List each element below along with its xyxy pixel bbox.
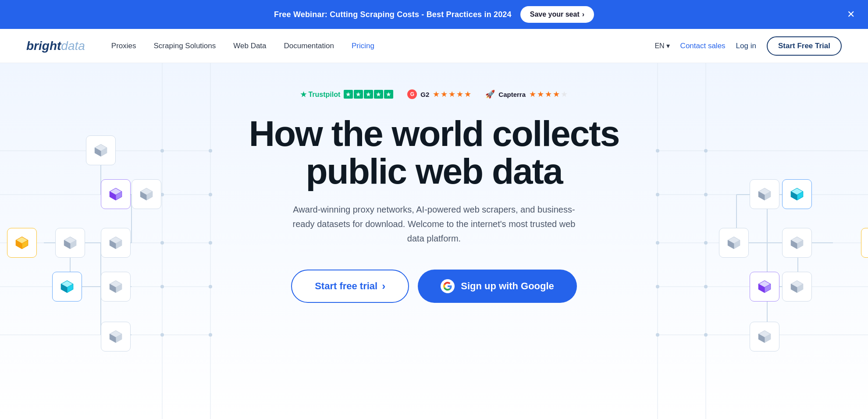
svg-point-19 xyxy=(209,241,212,245)
nav-links: Proxies Scraping Solutions Web Data Docu… xyxy=(111,42,655,50)
contact-sales-link[interactable]: Contact sales xyxy=(680,42,726,50)
logo[interactable]: bright data xyxy=(26,39,85,53)
svg-point-26 xyxy=(656,193,659,196)
hero-section: ★ Trustpilot ★ ★ ★ ★ ★ G G2 ★ ★ ★ ★ xyxy=(0,63,868,419)
g2-stars: ★ ★ ★ ★ ★ xyxy=(433,89,471,99)
svg-point-14 xyxy=(160,149,164,153)
capterra-stars: ★ ★ ★ ★ ★ xyxy=(529,89,568,99)
svg-point-31 xyxy=(704,285,708,288)
arrow-icon: › xyxy=(382,280,385,292)
svg-point-33 xyxy=(704,333,708,337)
hero-content: ★ Trustpilot ★ ★ ★ ★ ★ G G2 ★ ★ ★ ★ xyxy=(215,63,653,338)
svg-point-21 xyxy=(209,285,212,288)
g2-label: G2 xyxy=(420,91,429,98)
google-icon xyxy=(441,279,455,293)
logo-bright: bright xyxy=(26,39,61,53)
hero-cta-buttons: Start free trial › Sign up with Google xyxy=(291,270,577,303)
nav-web-data[interactable]: Web Data xyxy=(233,42,266,50)
svg-point-29 xyxy=(704,241,708,245)
nav-proxies[interactable]: Proxies xyxy=(111,42,136,50)
svg-point-25 xyxy=(704,149,708,153)
start-trial-nav-button[interactable]: Start Free Trial xyxy=(767,36,842,56)
svg-point-30 xyxy=(656,285,659,288)
ratings-row: ★ Trustpilot ★ ★ ★ ★ ★ G G2 ★ ★ ★ ★ xyxy=(300,89,568,99)
login-link[interactable]: Log in xyxy=(736,42,756,50)
capterra-label: Capterra xyxy=(498,91,526,98)
svg-point-15 xyxy=(209,149,212,153)
svg-point-23 xyxy=(209,333,212,337)
announcement-banner: Free Webinar: Cutting Scraping Costs - B… xyxy=(0,0,868,29)
svg-point-27 xyxy=(704,193,708,196)
sign-up-google-button[interactable]: Sign up with Google xyxy=(418,270,577,303)
capterra-rating: 🚀 Capterra ★ ★ ★ ★ ★ xyxy=(485,89,568,99)
hero-title-line1: How the world collects xyxy=(249,114,619,153)
trustpilot-logo: ★ Trustpilot xyxy=(300,90,340,99)
g2-icon: G xyxy=(407,89,417,99)
svg-point-24 xyxy=(656,149,659,153)
capterra-icon: 🚀 xyxy=(485,89,495,99)
nav-scraping-solutions[interactable]: Scraping Solutions xyxy=(154,42,216,50)
g2-rating: G G2 ★ ★ ★ ★ ★ xyxy=(407,89,471,99)
trustpilot-rating: ★ Trustpilot ★ ★ ★ ★ ★ xyxy=(300,90,393,99)
svg-point-20 xyxy=(160,285,164,288)
svg-point-22 xyxy=(160,333,164,337)
svg-point-32 xyxy=(656,333,659,337)
banner-text: Free Webinar: Cutting Scraping Costs - B… xyxy=(274,10,512,19)
language-selector[interactable]: EN ▾ xyxy=(655,42,669,50)
start-free-trial-button[interactable]: Start free trial › xyxy=(291,270,409,303)
hero-title-line2: public web data xyxy=(306,151,562,191)
trustpilot-stars: ★ ★ ★ ★ ★ xyxy=(344,90,393,99)
nav-pricing[interactable]: Pricing xyxy=(352,42,374,50)
nav-right: EN ▾ Contact sales Log in Start Free Tri… xyxy=(655,36,842,56)
nav-documentation[interactable]: Documentation xyxy=(284,42,334,50)
banner-close-button[interactable]: ✕ xyxy=(847,10,855,19)
hero-title: How the world collects public web data xyxy=(249,115,619,190)
hero-subtitle: Award-winning proxy networks, AI-powered… xyxy=(285,202,583,246)
logo-data: data xyxy=(61,39,85,53)
banner-cta-button[interactable]: Save your seat › xyxy=(520,6,594,23)
navigation: bright data Proxies Scraping Solutions W… xyxy=(0,29,868,63)
svg-point-28 xyxy=(656,241,659,245)
svg-point-17 xyxy=(209,193,212,196)
svg-point-18 xyxy=(160,241,164,245)
